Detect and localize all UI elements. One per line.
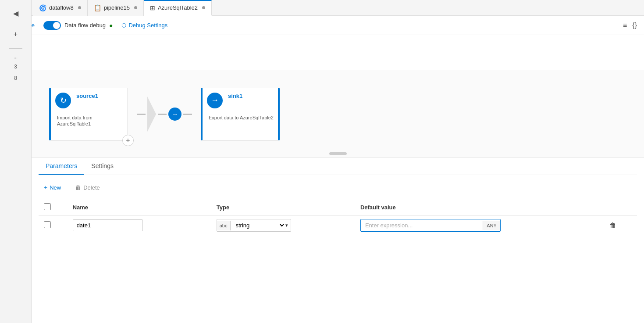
sidebar-divider [9, 48, 22, 49]
source-node-title: source1 [76, 93, 98, 99]
tab-pipeline15-label: pipeline15 [104, 4, 130, 11]
sink-node-subtitle: Export data to AzureSqlTable2 [209, 115, 274, 121]
chevron-down-icon: ▾ [285, 223, 291, 228]
tab-azuresqltable2[interactable]: ⊞ AzureSqlTable2 [144, 0, 212, 16]
tab-dataflow8-dot [78, 6, 81, 9]
row-name-cell [68, 215, 211, 236]
connector-line-post [183, 114, 192, 115]
plus-icon: + [44, 184, 47, 191]
main-content: ↻ source1 Import data fromAzureSqlTable1… [32, 70, 644, 235]
resize-handle[interactable] [329, 152, 347, 155]
chevron-left-icon: ◀ [13, 9, 18, 18]
tab-pipeline15[interactable]: 📋 pipeline15 [88, 0, 144, 16]
panel-actions: + New 🗑 Delete [39, 182, 637, 193]
parameters-table: Name Type Default value [39, 200, 637, 235]
canvas-area: ↻ source1 Import data fromAzureSqlTable1… [32, 70, 644, 158]
connector-divider [147, 97, 156, 132]
tab-azuresqltable2-dot [202, 6, 205, 9]
row-checkbox[interactable] [44, 221, 51, 228]
debug-status-icon: ● [109, 22, 113, 29]
connector-line-right [158, 114, 167, 115]
header-type: Type [211, 200, 355, 215]
tab-pipeline15-dot [134, 6, 137, 9]
type-select[interactable]: string integer boolean float [231, 219, 285, 231]
source-node-icon: ↻ [55, 93, 71, 108]
node-connector: → [137, 97, 192, 132]
sidebar-collapse-btn[interactable]: ◀ [7, 4, 25, 22]
delete-row-button[interactable]: 🗑 [608, 220, 618, 231]
sink-node[interactable]: → sink1 Export data to AzureSqlTable2 [201, 88, 280, 140]
connector-line-left [137, 114, 146, 115]
panel-tabs-row: Parameters Settings [39, 158, 637, 175]
source-node[interactable]: ↻ source1 Import data fromAzureSqlTable1… [49, 88, 128, 140]
debug-settings-icon: ⬡ [121, 22, 126, 29]
sidebar-line-8[interactable]: 8 [11, 74, 20, 82]
debug-label: Data flow debug [64, 22, 106, 29]
tab-parameters-label: Parameters [46, 162, 77, 169]
name-input[interactable] [73, 219, 143, 231]
row-type-cell: abc string integer boolean float ▾ [211, 215, 355, 236]
expression-type-badge: ANY [483, 221, 500, 230]
toolbar: ✓ Validate Data flow debug ● ⬡ Debug Set… [0, 16, 644, 35]
sink-node-icon: → [207, 93, 223, 108]
header-name: Name [68, 200, 211, 215]
tab-bar: 🌀 dataflow8 📋 pipeline15 ⊞ AzureSqlTable… [0, 0, 644, 16]
tab-dataflow8-label: dataflow8 [49, 4, 74, 11]
arrow-node[interactable]: → [168, 108, 181, 121]
type-select-wrapper: abc string integer boolean float ▾ [217, 219, 291, 232]
code-view-icon[interactable]: {} [632, 22, 637, 29]
tab-dataflow8[interactable]: 🌀 dataflow8 [33, 0, 88, 16]
debug-settings-label: Debug Settings [128, 22, 167, 29]
dataflow-icon: 🌀 [39, 4, 46, 11]
header-default-value: Default value [355, 200, 602, 215]
row-checkbox-cell [39, 215, 68, 236]
sidebar-dots: ... [14, 54, 18, 59]
tab-azuresqltable2-label: AzureSqlTable2 [158, 4, 198, 11]
left-sidebar: ◀ + ... 3 8 [0, 0, 32, 235]
row-default-cell: Enter expression... ANY [355, 215, 602, 236]
header-checkbox-col [39, 200, 68, 215]
table-row: abc string integer boolean float ▾ [39, 215, 637, 236]
source-node-container: ↻ source1 Import data fromAzureSqlTable1… [49, 88, 128, 140]
table-icon: ⊞ [150, 4, 155, 11]
debug-toggle-group: Data flow debug ● [43, 21, 113, 30]
debug-toggle-switch[interactable] [43, 21, 61, 30]
type-prefix-label: abc [217, 221, 231, 230]
debug-settings-button[interactable]: ⬡ Debug Settings [121, 22, 167, 29]
delete-btn-label: Delete [83, 184, 100, 191]
delete-parameter-button[interactable]: 🗑 Delete [71, 182, 103, 193]
header-actions-col [602, 200, 637, 215]
source-node-subtitle: Import data fromAzureSqlTable1 [57, 115, 93, 127]
sidebar-add-btn[interactable]: + [7, 25, 25, 43]
sink-node-container: → sink1 Export data to AzureSqlTable2 [201, 88, 280, 140]
source-node-add-btn[interactable]: + [122, 135, 134, 146]
expression-placeholder: Enter expression... [361, 219, 483, 231]
sidebar-line-3[interactable]: 3 [11, 63, 20, 71]
expression-input-wrapper[interactable]: Enter expression... ANY [360, 219, 501, 232]
select-all-checkbox[interactable] [44, 203, 51, 210]
toolbar-right: ≡ {} [623, 22, 637, 29]
new-parameter-button[interactable]: + New [40, 182, 64, 193]
sink-node-title: sink1 [228, 93, 242, 99]
list-view-icon[interactable]: ≡ [623, 22, 627, 29]
table-header-row: Name Type Default value [39, 200, 637, 215]
new-btn-label: New [50, 184, 61, 191]
tab-parameters[interactable]: Parameters [39, 158, 84, 175]
bottom-panel: Parameters Settings + New 🗑 Delete [32, 158, 644, 235]
row-action-cell: 🗑 [602, 215, 637, 236]
pipeline-icon: 📋 [94, 4, 101, 11]
tab-settings[interactable]: Settings [84, 158, 121, 175]
tab-settings-label: Settings [91, 162, 114, 169]
plus-icon: + [14, 30, 18, 38]
trash-icon: 🗑 [75, 184, 81, 191]
